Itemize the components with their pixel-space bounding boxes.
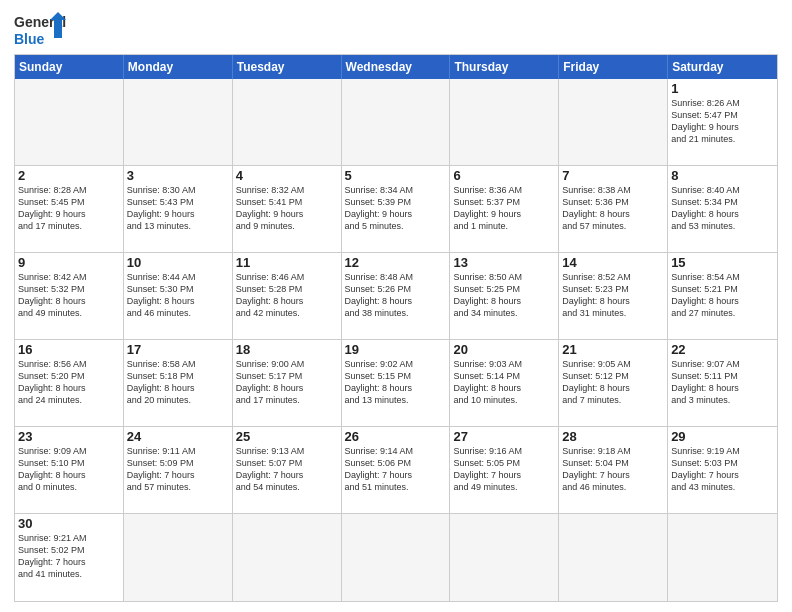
- empty-cell: [342, 514, 451, 601]
- day-info: Sunrise: 9:11 AM Sunset: 5:09 PM Dayligh…: [127, 445, 229, 494]
- day-number: 19: [345, 342, 447, 357]
- day-number: 4: [236, 168, 338, 183]
- day-info: Sunrise: 8:36 AM Sunset: 5:37 PM Dayligh…: [453, 184, 555, 233]
- day-info: Sunrise: 8:48 AM Sunset: 5:26 PM Dayligh…: [345, 271, 447, 320]
- day-info: Sunrise: 8:50 AM Sunset: 5:25 PM Dayligh…: [453, 271, 555, 320]
- day-28: 28Sunrise: 9:18 AM Sunset: 5:04 PM Dayli…: [559, 427, 668, 514]
- header-sunday: Sunday: [15, 55, 124, 79]
- day-29: 29Sunrise: 9:19 AM Sunset: 5:03 PM Dayli…: [668, 427, 777, 514]
- day-info: Sunrise: 8:46 AM Sunset: 5:28 PM Dayligh…: [236, 271, 338, 320]
- day-info: Sunrise: 8:34 AM Sunset: 5:39 PM Dayligh…: [345, 184, 447, 233]
- day-2: 2Sunrise: 8:28 AM Sunset: 5:45 PM Daylig…: [15, 166, 124, 253]
- day-11: 11Sunrise: 8:46 AM Sunset: 5:28 PM Dayli…: [233, 253, 342, 340]
- day-info: Sunrise: 8:38 AM Sunset: 5:36 PM Dayligh…: [562, 184, 664, 233]
- calendar-body: 1Sunrise: 8:26 AM Sunset: 5:47 PM Daylig…: [15, 79, 777, 601]
- day-number: 15: [671, 255, 774, 270]
- day-number: 18: [236, 342, 338, 357]
- day-info: Sunrise: 8:40 AM Sunset: 5:34 PM Dayligh…: [671, 184, 774, 233]
- day-info: Sunrise: 8:58 AM Sunset: 5:18 PM Dayligh…: [127, 358, 229, 407]
- day-number: 2: [18, 168, 120, 183]
- day-number: 9: [18, 255, 120, 270]
- day-number: 5: [345, 168, 447, 183]
- empty-cell: [233, 79, 342, 166]
- day-number: 17: [127, 342, 229, 357]
- day-number: 23: [18, 429, 120, 444]
- header-wednesday: Wednesday: [342, 55, 451, 79]
- day-22: 22Sunrise: 9:07 AM Sunset: 5:11 PM Dayli…: [668, 340, 777, 427]
- day-10: 10Sunrise: 8:44 AM Sunset: 5:30 PM Dayli…: [124, 253, 233, 340]
- day-number: 10: [127, 255, 229, 270]
- empty-cell: [668, 514, 777, 601]
- day-20: 20Sunrise: 9:03 AM Sunset: 5:14 PM Dayli…: [450, 340, 559, 427]
- day-25: 25Sunrise: 9:13 AM Sunset: 5:07 PM Dayli…: [233, 427, 342, 514]
- day-number: 30: [18, 516, 120, 531]
- day-info: Sunrise: 9:14 AM Sunset: 5:06 PM Dayligh…: [345, 445, 447, 494]
- day-info: Sunrise: 9:16 AM Sunset: 5:05 PM Dayligh…: [453, 445, 555, 494]
- day-number: 14: [562, 255, 664, 270]
- empty-cell: [559, 79, 668, 166]
- day-info: Sunrise: 9:03 AM Sunset: 5:14 PM Dayligh…: [453, 358, 555, 407]
- day-info: Sunrise: 9:05 AM Sunset: 5:12 PM Dayligh…: [562, 358, 664, 407]
- day-number: 13: [453, 255, 555, 270]
- day-15: 15Sunrise: 8:54 AM Sunset: 5:21 PM Dayli…: [668, 253, 777, 340]
- day-number: 24: [127, 429, 229, 444]
- header-saturday: Saturday: [668, 55, 777, 79]
- day-number: 22: [671, 342, 774, 357]
- empty-cell: [233, 514, 342, 601]
- day-number: 11: [236, 255, 338, 270]
- day-number: 21: [562, 342, 664, 357]
- empty-cell: [124, 79, 233, 166]
- empty-cell: [15, 79, 124, 166]
- day-21: 21Sunrise: 9:05 AM Sunset: 5:12 PM Dayli…: [559, 340, 668, 427]
- day-info: Sunrise: 8:42 AM Sunset: 5:32 PM Dayligh…: [18, 271, 120, 320]
- day-number: 16: [18, 342, 120, 357]
- svg-text:Blue: Blue: [14, 31, 45, 47]
- day-number: 27: [453, 429, 555, 444]
- day-info: Sunrise: 9:02 AM Sunset: 5:15 PM Dayligh…: [345, 358, 447, 407]
- day-info: Sunrise: 8:32 AM Sunset: 5:41 PM Dayligh…: [236, 184, 338, 233]
- calendar-header: SundayMondayTuesdayWednesdayThursdayFrid…: [15, 55, 777, 79]
- day-12: 12Sunrise: 8:48 AM Sunset: 5:26 PM Dayli…: [342, 253, 451, 340]
- day-info: Sunrise: 9:07 AM Sunset: 5:11 PM Dayligh…: [671, 358, 774, 407]
- day-number: 28: [562, 429, 664, 444]
- day-info: Sunrise: 9:13 AM Sunset: 5:07 PM Dayligh…: [236, 445, 338, 494]
- empty-cell: [450, 514, 559, 601]
- empty-cell: [559, 514, 668, 601]
- day-number: 26: [345, 429, 447, 444]
- day-number: 20: [453, 342, 555, 357]
- day-14: 14Sunrise: 8:52 AM Sunset: 5:23 PM Dayli…: [559, 253, 668, 340]
- header-friday: Friday: [559, 55, 668, 79]
- day-18: 18Sunrise: 9:00 AM Sunset: 5:17 PM Dayli…: [233, 340, 342, 427]
- day-info: Sunrise: 9:19 AM Sunset: 5:03 PM Dayligh…: [671, 445, 774, 494]
- day-info: Sunrise: 9:09 AM Sunset: 5:10 PM Dayligh…: [18, 445, 120, 494]
- day-17: 17Sunrise: 8:58 AM Sunset: 5:18 PM Dayli…: [124, 340, 233, 427]
- day-number: 29: [671, 429, 774, 444]
- day-16: 16Sunrise: 8:56 AM Sunset: 5:20 PM Dayli…: [15, 340, 124, 427]
- day-number: 3: [127, 168, 229, 183]
- day-19: 19Sunrise: 9:02 AM Sunset: 5:15 PM Dayli…: [342, 340, 451, 427]
- day-info: Sunrise: 8:30 AM Sunset: 5:43 PM Dayligh…: [127, 184, 229, 233]
- day-info: Sunrise: 8:26 AM Sunset: 5:47 PM Dayligh…: [671, 97, 774, 146]
- day-number: 8: [671, 168, 774, 183]
- day-5: 5Sunrise: 8:34 AM Sunset: 5:39 PM Daylig…: [342, 166, 451, 253]
- day-info: Sunrise: 8:52 AM Sunset: 5:23 PM Dayligh…: [562, 271, 664, 320]
- day-23: 23Sunrise: 9:09 AM Sunset: 5:10 PM Dayli…: [15, 427, 124, 514]
- header: General Blue: [14, 10, 778, 50]
- day-7: 7Sunrise: 8:38 AM Sunset: 5:36 PM Daylig…: [559, 166, 668, 253]
- day-13: 13Sunrise: 8:50 AM Sunset: 5:25 PM Dayli…: [450, 253, 559, 340]
- day-number: 1: [671, 81, 774, 96]
- day-info: Sunrise: 9:18 AM Sunset: 5:04 PM Dayligh…: [562, 445, 664, 494]
- day-number: 12: [345, 255, 447, 270]
- day-info: Sunrise: 8:28 AM Sunset: 5:45 PM Dayligh…: [18, 184, 120, 233]
- day-1: 1Sunrise: 8:26 AM Sunset: 5:47 PM Daylig…: [668, 79, 777, 166]
- day-27: 27Sunrise: 9:16 AM Sunset: 5:05 PM Dayli…: [450, 427, 559, 514]
- day-number: 6: [453, 168, 555, 183]
- day-3: 3Sunrise: 8:30 AM Sunset: 5:43 PM Daylig…: [124, 166, 233, 253]
- day-26: 26Sunrise: 9:14 AM Sunset: 5:06 PM Dayli…: [342, 427, 451, 514]
- header-tuesday: Tuesday: [233, 55, 342, 79]
- day-9: 9Sunrise: 8:42 AM Sunset: 5:32 PM Daylig…: [15, 253, 124, 340]
- day-30: 30Sunrise: 9:21 AM Sunset: 5:02 PM Dayli…: [15, 514, 124, 601]
- logo: General Blue: [14, 10, 66, 50]
- header-monday: Monday: [124, 55, 233, 79]
- day-24: 24Sunrise: 9:11 AM Sunset: 5:09 PM Dayli…: [124, 427, 233, 514]
